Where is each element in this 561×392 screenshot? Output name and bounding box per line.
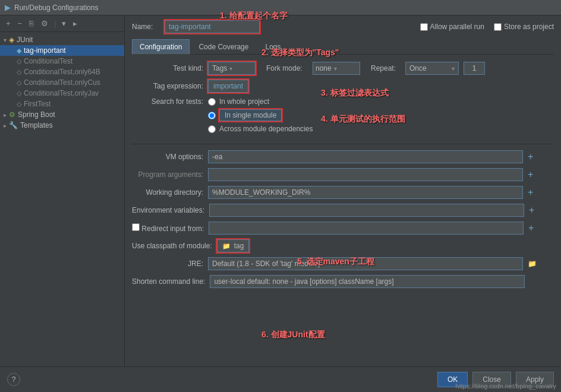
jre-browse-button[interactable]: 📁 bbox=[525, 260, 539, 268]
env-vars-row: Environment variables: + bbox=[132, 204, 554, 217]
classpath-module-select[interactable]: 📁 tag bbox=[217, 239, 250, 252]
single-module-label: In single module bbox=[219, 109, 282, 121]
bottom-bar: ? OK Close Apply bbox=[0, 366, 561, 392]
across-modules-option[interactable]: Across module dependencies bbox=[208, 125, 313, 133]
working-dir-add-button[interactable]: + bbox=[525, 187, 535, 198]
search-tests-label: Search for tests: bbox=[132, 97, 203, 106]
single-module-option[interactable]: In single module bbox=[208, 109, 313, 121]
repeat-select[interactable]: Once ▾ bbox=[405, 62, 459, 75]
search-tests-row: Search for tests: In whole project In si… bbox=[132, 97, 554, 133]
template-icon: 🔧 bbox=[9, 121, 18, 129]
vm-options-add-button[interactable]: + bbox=[525, 151, 535, 162]
list-item[interactable]: ◇ ConditionalTest,only64B bbox=[0, 67, 124, 77]
tab-code-coverage[interactable]: Code Coverage bbox=[191, 39, 256, 54]
vm-options-row: VM options: + bbox=[132, 150, 554, 163]
allow-parallel-option[interactable]: Allow parallel run bbox=[420, 23, 484, 31]
test-kind-row: Test kind: Tags ▾ Fork mode: none ▾ Repe… bbox=[132, 62, 554, 75]
fork-mode-arrow: ▾ bbox=[334, 65, 337, 72]
tab-configuration[interactable]: Configuration bbox=[132, 39, 190, 55]
env-vars-add-button[interactable]: + bbox=[527, 205, 537, 216]
classpath-label: Use classpath of module: bbox=[132, 242, 212, 250]
run-debug-icon: ▶ bbox=[5, 3, 11, 12]
templates-arrow: ▸ bbox=[4, 122, 7, 129]
redirect-checkbox[interactable] bbox=[132, 223, 140, 231]
vm-options-input[interactable] bbox=[208, 150, 523, 163]
repeat-count[interactable] bbox=[464, 62, 485, 75]
program-args-label: Program arguments: bbox=[132, 170, 203, 179]
add-config-button[interactable]: + bbox=[4, 18, 13, 29]
across-modules-label: Across module dependencies bbox=[219, 125, 313, 133]
spring-boot-item[interactable]: ▸ ⚙ Spring Boot bbox=[0, 109, 124, 120]
whole-project-radio[interactable] bbox=[208, 98, 216, 106]
test-kind-value: Tags bbox=[212, 64, 227, 72]
options-row: Allow parallel run Store as project bbox=[420, 23, 554, 31]
test-icon-2: ◇ bbox=[17, 68, 21, 76]
program-args-row: Program arguments: + bbox=[132, 168, 554, 181]
single-module-radio[interactable] bbox=[208, 112, 216, 119]
jre-input-group: 📁 bbox=[208, 257, 554, 270]
tab-logs[interactable]: Logs bbox=[257, 39, 288, 54]
working-dir-input[interactable] bbox=[208, 186, 523, 199]
right-panel: Name: Allow parallel run Store as projec… bbox=[125, 15, 561, 366]
list-item[interactable]: ◇ ConditionalTest,onlyCus bbox=[0, 77, 124, 88]
whole-project-option[interactable]: In whole project bbox=[208, 97, 313, 106]
test-kind-arrow: ▾ bbox=[229, 65, 232, 72]
sub-item-2-label: ConditionalTest,only64B bbox=[24, 68, 100, 76]
shorten-cmd-input[interactable] bbox=[210, 275, 525, 288]
redirect-label: Redirect input from: bbox=[132, 223, 204, 233]
ok-button[interactable]: OK bbox=[437, 372, 468, 387]
more-button[interactable]: ▾ bbox=[59, 18, 68, 29]
dialog-title: Run/Debug Configurations bbox=[14, 4, 98, 12]
repeat-label: Repeat: bbox=[365, 64, 401, 72]
expand-button[interactable]: ▸ bbox=[71, 18, 80, 29]
jre-row: JRE: 📁 bbox=[132, 257, 554, 270]
name-input[interactable] bbox=[165, 20, 260, 33]
selected-config-label: tag-important bbox=[24, 46, 66, 55]
sub-item-4-label: ConditionalTest,onlyJav bbox=[24, 89, 99, 97]
store-as-project-checkbox[interactable] bbox=[494, 23, 502, 31]
repeat-arrow: ▾ bbox=[452, 65, 455, 72]
close-button[interactable]: Close bbox=[472, 372, 511, 387]
allow-parallel-checkbox[interactable] bbox=[420, 23, 428, 31]
junit-icon: ◈ bbox=[9, 36, 14, 44]
tag-important-item[interactable]: ◆ tag-important bbox=[0, 45, 124, 56]
help-button[interactable]: ? bbox=[7, 373, 20, 386]
test-icon-4: ◇ bbox=[17, 90, 21, 97]
sub-item-5-label: FirstTest bbox=[24, 100, 51, 108]
templates-label: Templates bbox=[20, 121, 53, 129]
program-args-input[interactable] bbox=[208, 168, 523, 181]
name-label: Name: bbox=[132, 23, 159, 31]
env-vars-label: Environment variables: bbox=[132, 206, 204, 214]
redirect-input[interactable] bbox=[209, 222, 524, 235]
program-args-add-button[interactable]: + bbox=[525, 169, 535, 180]
test-icon-5: ◇ bbox=[17, 100, 21, 108]
sub-item-1-label: ConditionalTest bbox=[24, 57, 73, 65]
list-item[interactable]: ◇ ConditionalTest,onlyJav bbox=[0, 88, 124, 99]
jre-label: JRE: bbox=[132, 260, 203, 268]
redirect-add-button[interactable]: + bbox=[526, 223, 536, 233]
remove-config-button[interactable]: − bbox=[15, 18, 25, 29]
list-item[interactable]: ◇ ConditionalTest bbox=[0, 56, 124, 67]
junit-group-label: JUnit bbox=[17, 36, 33, 44]
shorten-cmd-label: Shorten command line: bbox=[132, 277, 205, 286]
allow-parallel-label: Allow parallel run bbox=[430, 23, 484, 31]
store-as-project-option[interactable]: Store as project bbox=[494, 23, 554, 31]
working-dir-row: Working directory: + bbox=[132, 186, 554, 199]
templates-item[interactable]: ▸ 🔧 Templates bbox=[0, 120, 124, 131]
left-toolbar: + − ⎘ ⚙ | ▾ ▸ bbox=[0, 15, 124, 32]
apply-button[interactable]: Apply bbox=[516, 372, 554, 387]
classpath-module-row: Use classpath of module: 📁 tag bbox=[132, 239, 554, 252]
fork-mode-select[interactable]: none ▾ bbox=[313, 62, 360, 75]
config-tree: ▾ ◈ JUnit ◆ tag-important ◇ ConditionalT… bbox=[0, 32, 124, 366]
across-modules-radio[interactable] bbox=[208, 125, 216, 133]
junit-group[interactable]: ▾ ◈ JUnit bbox=[0, 34, 124, 45]
test-kind-select[interactable]: Tags ▾ bbox=[208, 62, 256, 75]
list-item[interactable]: ◇ FirstTest bbox=[0, 99, 124, 109]
sub-item-3-label: ConditionalTest,onlyCus bbox=[24, 78, 100, 87]
jre-input[interactable] bbox=[208, 257, 523, 270]
copy-config-button[interactable]: ⎘ bbox=[27, 18, 36, 29]
tag-expression-value: important bbox=[208, 80, 248, 93]
store-as-project-label: Store as project bbox=[504, 23, 554, 31]
env-vars-input[interactable] bbox=[209, 204, 524, 217]
settings-button[interactable]: ⚙ bbox=[39, 18, 51, 29]
